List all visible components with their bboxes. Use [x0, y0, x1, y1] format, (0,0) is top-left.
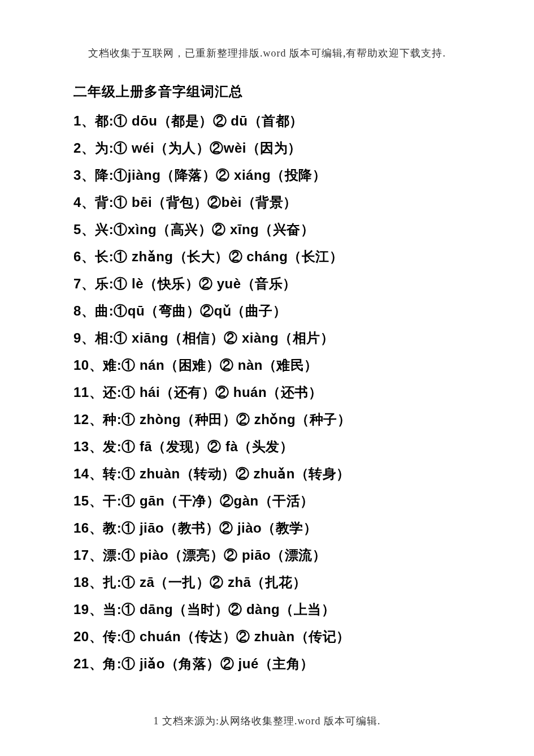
word-one: 角落 [179, 656, 206, 671]
circled-one-icon: ① [121, 357, 136, 373]
entry-character: 降 [95, 167, 109, 183]
entry-number: 11 [73, 385, 89, 400]
word-one: 转动 [194, 466, 222, 481]
pinyin-one: hái [140, 385, 160, 400]
entry-number: 20 [73, 629, 89, 644]
entry-row: 4、背:① bēi（背包）②bèi（背景） [73, 189, 461, 216]
entry-row: 5、兴:①xìng（高兴）② xīng（兴奋） [73, 216, 461, 243]
word-one: 降落 [175, 167, 202, 183]
entry-number: 2 [73, 140, 81, 155]
entry-number: 16 [73, 520, 89, 535]
entry-row: 16、教:① jiāo（教书）② jiào（教学） [73, 515, 461, 542]
circled-one-icon: ① [114, 167, 128, 183]
entry-number: 19 [73, 602, 89, 617]
circled-one-icon: ① [121, 629, 136, 644]
circled-two-icon: ② [213, 113, 227, 128]
entry-number: 15 [73, 493, 89, 508]
entry-row: 17、漂:① piào（漂亮）② piāo（漂流） [73, 542, 461, 569]
word-one: 高兴 [171, 222, 198, 237]
pinyin-one: xiāng [132, 330, 168, 345]
entry-row: 9、相:① xiāng（相信）② xiàng（相片） [73, 325, 461, 352]
entry-character: 曲 [95, 303, 109, 318]
entry-number: 4 [73, 195, 81, 210]
entry-row: 14、转:① zhuàn（转动）② zhuǎn（转身） [73, 460, 461, 487]
entry-character: 漂 [103, 547, 117, 563]
circled-two-icon: ② [220, 656, 235, 671]
entry-number: 17 [73, 547, 89, 563]
word-two: 首都 [262, 113, 289, 128]
pinyin-one: xìng [128, 222, 157, 237]
word-two: 还书 [281, 385, 309, 400]
circled-one-icon: ① [114, 140, 128, 155]
circled-two-icon: ② [210, 140, 224, 155]
entry-number: 8 [73, 303, 81, 318]
word-one: 干净 [179, 493, 206, 508]
word-two: 干活 [272, 493, 300, 508]
pinyin-two: zhuàn [254, 629, 295, 644]
circled-one-icon: ① [121, 385, 136, 400]
entry-character: 当 [103, 602, 117, 617]
pinyin-one: nán [140, 357, 164, 373]
circled-two-icon: ② [200, 303, 214, 318]
word-one: 都是 [171, 113, 199, 128]
pinyin-one: jiàng [128, 167, 161, 183]
circled-one-icon: ① [114, 330, 128, 345]
circled-two-icon: ② [228, 602, 242, 617]
entry-character: 教 [103, 520, 117, 535]
pinyin-one: dāng [140, 602, 173, 617]
pinyin-one: dōu [132, 113, 157, 128]
pinyin-two: qǔ [214, 303, 232, 318]
pinyin-one: qū [128, 303, 145, 318]
circled-two-icon: ② [210, 574, 224, 590]
pinyin-one: zā [140, 574, 154, 590]
circled-two-icon: ② [236, 412, 250, 427]
pinyin-one: piào [140, 547, 168, 563]
circled-two-icon: ② [216, 167, 230, 183]
entry-row: 20、传:① chuán（传达）② zhuàn（传记） [73, 623, 461, 650]
entry-number: 9 [73, 330, 81, 345]
pinyin-one: jiāo [140, 520, 164, 535]
pinyin-two: xīng [230, 222, 259, 237]
circled-two-icon: ② [207, 439, 222, 454]
entry-number: 13 [73, 439, 89, 454]
pinyin-two: zhuǎn [253, 466, 294, 481]
entry-row: 21、角:① jiǎo（角落）② jué（主角） [73, 650, 461, 677]
pinyin-one: zhǎng [132, 249, 173, 264]
circled-one-icon: ① [121, 574, 136, 590]
entry-character: 背 [95, 195, 109, 210]
entry-number: 18 [73, 574, 89, 590]
entry-row: 7、乐:① lè（快乐）② yuè（音乐） [73, 270, 461, 297]
word-two: 头发 [252, 439, 280, 454]
pinyin-one: fā [140, 439, 152, 454]
pinyin-two: jué [238, 656, 259, 671]
word-one: 一扎 [168, 574, 196, 590]
entry-row: 12、种:① zhòng（种田）② zhǒng（种子） [73, 406, 461, 433]
word-two: 上当 [294, 602, 322, 617]
pinyin-one: chuán [140, 629, 181, 644]
header-note: 文档收集于互联网，已重新整理排版.word 版本可编辑,有帮助欢迎下载支持. [73, 46, 461, 60]
circled-two-icon: ② [236, 466, 250, 481]
circled-one-icon: ① [121, 520, 136, 535]
word-one: 快乐 [158, 276, 185, 291]
entry-row: 18、扎:① zā（一扎）② zhā（扎花） [73, 569, 461, 596]
entry-character: 种 [103, 412, 117, 427]
pinyin-one: bēi [132, 195, 152, 210]
pinyin-two: bèi [222, 195, 242, 210]
circled-one-icon: ① [121, 439, 136, 454]
word-two: 兴奋 [273, 222, 301, 237]
word-one: 还有 [174, 385, 202, 400]
entry-number: 5 [73, 222, 81, 237]
entry-number: 1 [73, 113, 81, 128]
circled-two-icon: ② [207, 195, 222, 210]
circled-one-icon: ① [114, 222, 128, 237]
word-one: 相信 [183, 330, 210, 345]
entry-number: 14 [73, 466, 89, 481]
circled-two-icon: ② [199, 276, 213, 291]
circled-one-icon: ① [121, 602, 136, 617]
circled-two-icon: ② [219, 520, 233, 535]
pinyin-two: piāo [242, 547, 271, 563]
word-two: 主角 [272, 656, 300, 671]
pinyin-two: nàn [238, 357, 263, 373]
pinyin-one: zhòng [140, 412, 181, 427]
circled-two-icon: ② [224, 547, 238, 563]
